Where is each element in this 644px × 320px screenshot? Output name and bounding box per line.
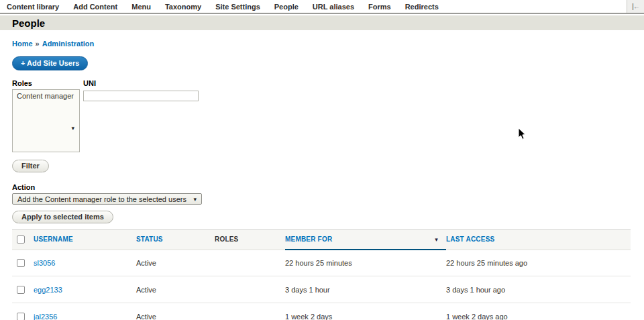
uni-input[interactable] bbox=[83, 91, 199, 101]
breadcrumb: Home»Administration bbox=[12, 40, 644, 48]
filter-form: Roles Content manager ▾ UNI bbox=[12, 79, 644, 152]
select-all-checkbox[interactable] bbox=[17, 235, 25, 244]
toolbar-item-redirects[interactable]: Redirects bbox=[405, 3, 439, 11]
roles-cell bbox=[215, 250, 285, 276]
action-select[interactable]: Add the Content manager role to the sele… bbox=[12, 193, 202, 205]
uni-field: UNI bbox=[83, 79, 199, 152]
last-access-cell: 22 hours 25 minutes ago bbox=[446, 250, 631, 276]
users-table: USERNAME STATUS ROLES MEMBER FOR ▾ LAST … bbox=[12, 229, 631, 320]
page-content: Home»Administration + Add Site Users Rol… bbox=[0, 30, 644, 320]
roles-listbox[interactable]: Content manager ▾ bbox=[12, 89, 80, 152]
table-row: jal2356 Active 1 week 2 days 1 week 2 da… bbox=[12, 303, 631, 320]
toolbar-item-site-settings[interactable]: Site Settings bbox=[215, 3, 260, 11]
roles-cell bbox=[215, 276, 285, 303]
select-caret-down-icon: ▾ bbox=[193, 196, 197, 203]
action-label: Action bbox=[12, 183, 644, 191]
row-checkbox[interactable] bbox=[17, 313, 25, 320]
users-table-header-row: USERNAME STATUS ROLES MEMBER FOR ▾ LAST … bbox=[12, 230, 631, 250]
collapse-toolbar-icon[interactable]: |← bbox=[627, 0, 644, 13]
page-title: People bbox=[12, 17, 45, 29]
last-access-cell: 1 week 2 days ago bbox=[446, 303, 631, 320]
people-admin-page: Content library Add Content Menu Taxonom… bbox=[0, 0, 644, 320]
apply-to-selected-items-button[interactable]: Apply to selected items bbox=[12, 211, 113, 223]
last-access-cell: 3 days 1 hour ago bbox=[446, 276, 631, 303]
admin-toolbar-menu: Content library Add Content Menu Taxonom… bbox=[0, 3, 439, 11]
roles-option-content-manager[interactable]: Content manager bbox=[13, 90, 79, 102]
member-for-header-label[interactable]: MEMBER FOR bbox=[285, 235, 332, 243]
uni-label: UNI bbox=[83, 79, 199, 87]
toolbar-item-forms[interactable]: Forms bbox=[368, 3, 391, 11]
breadcrumb-home-link[interactable]: Home bbox=[12, 40, 33, 48]
roles-cell bbox=[215, 303, 285, 320]
member-for-cell: 1 week 2 days bbox=[285, 303, 446, 320]
sort-by-member-for-header[interactable]: MEMBER FOR ▾ bbox=[285, 230, 446, 250]
admin-toolbar: Content library Add Content Menu Taxonom… bbox=[0, 0, 644, 14]
breadcrumb-separator: » bbox=[36, 40, 40, 48]
filter-button[interactable]: Filter bbox=[12, 160, 49, 172]
row-checkbox[interactable] bbox=[17, 259, 25, 267]
roles-header: ROLES bbox=[215, 230, 285, 250]
table-row: sl3056 Active 22 hours 25 minutes 22 hou… bbox=[12, 250, 631, 276]
status-cell: Active bbox=[136, 250, 215, 276]
username-link[interactable]: sl3056 bbox=[34, 259, 55, 267]
sort-by-status-header[interactable]: STATUS bbox=[136, 235, 163, 243]
roles-field: Roles Content manager ▾ bbox=[12, 79, 80, 152]
username-link[interactable]: jal2356 bbox=[34, 313, 57, 320]
action-selected-option: Add the Content manager role to the sele… bbox=[17, 195, 186, 203]
toolbar-item-url-aliases[interactable]: URL aliases bbox=[313, 3, 354, 11]
toolbar-item-content-library[interactable]: Content library bbox=[7, 3, 59, 11]
status-cell: Active bbox=[136, 303, 215, 320]
toolbar-item-taxonomy[interactable]: Taxonomy bbox=[165, 3, 201, 11]
roles-label: Roles bbox=[12, 79, 80, 87]
sort-desc-caret-icon: ▾ bbox=[435, 236, 438, 243]
toolbar-item-people[interactable]: People bbox=[274, 3, 299, 11]
add-site-users-button[interactable]: + Add Site Users bbox=[12, 56, 88, 70]
status-cell: Active bbox=[136, 276, 215, 303]
member-for-cell: 22 hours 25 minutes bbox=[285, 250, 446, 276]
member-for-cell: 3 days 1 hour bbox=[285, 276, 446, 303]
page-header-band: People bbox=[0, 15, 644, 30]
breadcrumb-administration-link[interactable]: Administration bbox=[42, 40, 95, 48]
table-row: egg2133 Active 3 days 1 hour 3 days 1 ho… bbox=[12, 276, 631, 303]
sort-by-last-access-header[interactable]: LAST ACCESS bbox=[446, 235, 494, 243]
sort-by-username-header[interactable]: USERNAME bbox=[34, 235, 73, 243]
username-link[interactable]: egg2133 bbox=[34, 286, 62, 294]
toolbar-item-add-content[interactable]: Add Content bbox=[73, 3, 117, 11]
row-checkbox[interactable] bbox=[17, 286, 25, 294]
toolbar-item-menu[interactable]: Menu bbox=[131, 3, 151, 11]
listbox-caret-down-icon: ▾ bbox=[71, 125, 74, 131]
